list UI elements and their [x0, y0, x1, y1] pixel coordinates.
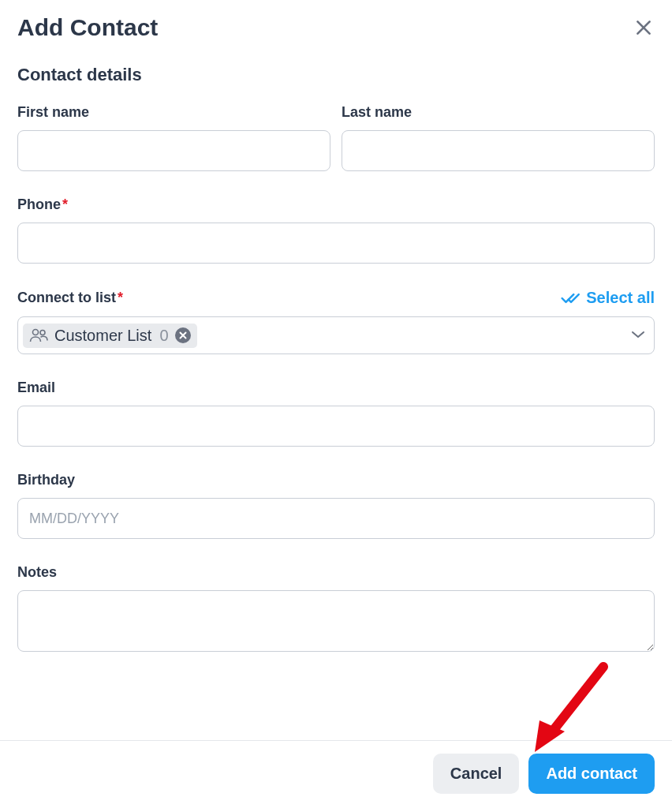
first-name-input[interactable]	[17, 130, 330, 171]
notes-textarea[interactable]	[17, 590, 655, 652]
connect-to-list-label-text: Connect to list	[17, 290, 116, 305]
cancel-button[interactable]: Cancel	[433, 754, 520, 794]
modal-header: Add Contact	[17, 14, 655, 41]
chip-remove-button[interactable]	[175, 327, 191, 343]
email-label: Email	[17, 380, 655, 396]
select-all-label: Select all	[586, 289, 655, 307]
add-contact-modal: Add Contact Contact details First name L…	[0, 0, 672, 655]
first-name-field: First name	[17, 104, 330, 171]
add-contact-button[interactable]: Add contact	[528, 754, 655, 794]
select-all-button[interactable]: Select all	[561, 289, 655, 307]
birthday-field: Birthday	[17, 472, 655, 539]
birthday-label: Birthday	[17, 472, 655, 488]
connect-to-list-field: Connect to list* Select all Customer Lis…	[17, 289, 655, 354]
last-name-input[interactable]	[342, 130, 655, 171]
required-asterisk: *	[62, 196, 68, 212]
svg-line-7	[551, 667, 603, 734]
connect-to-list-label: Connect to list*	[17, 290, 123, 306]
modal-title: Add Contact	[17, 14, 158, 41]
last-name-label: Last name	[342, 104, 655, 121]
phone-input[interactable]	[17, 223, 655, 264]
notes-label: Notes	[17, 564, 655, 581]
close-icon	[633, 17, 654, 38]
phone-label: Phone*	[17, 196, 655, 213]
email-input[interactable]	[17, 406, 655, 447]
connect-to-list-select[interactable]: Customer List 0	[17, 316, 655, 354]
double-check-icon	[561, 291, 581, 305]
chip-name: Customer List	[54, 327, 151, 345]
required-asterisk: *	[118, 290, 123, 305]
chip-count: 0	[159, 327, 168, 345]
annotation-arrow-icon	[528, 659, 615, 754]
phone-label-text: Phone	[17, 196, 61, 212]
x-icon	[179, 331, 187, 339]
people-icon	[29, 328, 48, 342]
first-name-label: First name	[17, 104, 330, 121]
section-title: Contact details	[17, 65, 655, 85]
chevron-down-icon	[630, 328, 646, 342]
modal-footer: Cancel Add contact	[0, 740, 672, 808]
close-button[interactable]	[633, 17, 655, 39]
last-name-field: Last name	[342, 104, 655, 171]
email-field: Email	[17, 380, 655, 447]
birthday-input[interactable]	[17, 498, 655, 539]
svg-point-3	[40, 331, 45, 335]
list-chip: Customer List 0	[23, 324, 197, 348]
phone-field: Phone*	[17, 196, 655, 264]
svg-point-2	[33, 330, 39, 335]
notes-field: Notes	[17, 564, 655, 655]
